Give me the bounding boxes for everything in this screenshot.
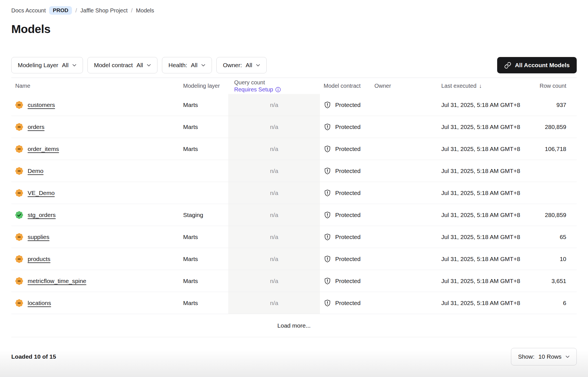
- model-contract-cell: Protected: [320, 138, 371, 160]
- table-row: metricflow_time_spine Marts n/a Protecte…: [11, 270, 577, 292]
- last-executed-label: Last executed: [441, 83, 477, 89]
- breadcrumb-current-page: Models: [136, 7, 154, 14]
- shield-icon: [324, 277, 331, 285]
- model-contract-cell: Protected: [320, 160, 371, 182]
- breadcrumb-account-link[interactable]: Docs Account: [11, 7, 46, 14]
- modeling-layer-cell: Marts: [183, 94, 228, 116]
- model-contract-cell: Protected: [320, 204, 371, 226]
- table-row: supplies Marts n/a Protected Jul 31, 202…: [11, 226, 577, 248]
- health-status-icon: [15, 211, 23, 219]
- table-body: customers Marts n/a Protected Jul 31, 20…: [11, 94, 577, 314]
- model-contract-label: Protected: [335, 168, 361, 174]
- chevron-down-icon: [201, 64, 205, 67]
- model-name-link[interactable]: locations: [28, 300, 51, 306]
- filter-modeling-layer[interactable]: Modeling Layer All: [11, 57, 83, 73]
- last-executed-cell: Jul 31, 2025, 5:18 AM GMT+8: [441, 116, 530, 138]
- model-name-link[interactable]: stg_orders: [28, 212, 56, 218]
- health-status-icon: [15, 123, 23, 131]
- owner-cell: [371, 138, 441, 160]
- modeling-layer-cell: Staging: [183, 204, 228, 226]
- query-count-cell: n/a: [228, 94, 320, 116]
- row-count-cell: 280,859: [530, 204, 577, 226]
- model-name-link[interactable]: supplies: [28, 234, 49, 240]
- filter-value: All: [62, 62, 69, 69]
- model-name-link[interactable]: customers: [28, 102, 55, 108]
- load-more-button[interactable]: Load more...: [277, 322, 311, 329]
- table-row: VE_Demo n/a Protected Jul 31, 2025, 5:18…: [11, 182, 577, 204]
- model-contract-label: Protected: [335, 234, 361, 240]
- model-contract-label: Protected: [335, 300, 361, 306]
- owner-cell: [371, 292, 441, 314]
- name-cell: order_items: [11, 138, 183, 160]
- row-count-cell: 65: [530, 226, 577, 248]
- model-contract-label: Protected: [335, 190, 361, 196]
- table-row: products Marts n/a Protected Jul 31, 202…: [11, 248, 577, 270]
- row-count-cell: 10: [530, 248, 577, 270]
- requires-setup-label: Requires Setup: [234, 86, 273, 93]
- breadcrumb-separator: /: [75, 7, 77, 14]
- query-count-header-label: Query count: [234, 79, 320, 86]
- column-header-last-executed[interactable]: Last executed ↓: [441, 83, 530, 89]
- model-name-link[interactable]: metricflow_time_spine: [28, 278, 86, 284]
- model-contract-cell: Protected: [320, 292, 371, 314]
- health-status-icon: [15, 255, 23, 263]
- table-row: order_items Marts n/a Protected Jul 31, …: [11, 138, 577, 160]
- loaded-count-text: Loaded 10 of 15: [11, 353, 56, 360]
- owner-cell: [371, 182, 441, 204]
- column-header-row-count: Row count: [530, 83, 577, 89]
- model-contract-label: Protected: [335, 124, 361, 130]
- column-header-owner: Owner: [371, 83, 441, 89]
- model-name-link[interactable]: orders: [28, 124, 45, 130]
- column-header-model-contract: Model contract: [320, 83, 371, 89]
- model-name-link[interactable]: order_items: [28, 146, 59, 152]
- model-name-link[interactable]: Demo: [28, 168, 43, 174]
- shield-icon: [324, 101, 331, 109]
- show-rows-dropdown[interactable]: Show: 10 Rows: [511, 348, 577, 365]
- environment-badge: PROD: [49, 6, 72, 15]
- query-count-cell: n/a: [228, 160, 320, 182]
- model-contract-cell: Protected: [320, 270, 371, 292]
- chevron-down-icon: [72, 64, 76, 67]
- model-contract-label: Protected: [335, 278, 361, 284]
- row-count-cell: [530, 182, 577, 204]
- model-contract-label: Protected: [335, 256, 361, 262]
- filter-value: All: [191, 62, 198, 69]
- query-count-cell: n/a: [228, 116, 320, 138]
- filter-model-contract[interactable]: Model contract All: [87, 57, 157, 73]
- modeling-layer-cell: Marts: [183, 248, 228, 270]
- model-name-link[interactable]: VE_Demo: [28, 190, 55, 196]
- health-status-icon: [15, 233, 23, 241]
- show-label: Show:: [518, 353, 534, 360]
- all-account-models-button[interactable]: All Account Models: [497, 57, 577, 73]
- name-cell: locations: [11, 292, 183, 314]
- table-header-row: Name Modeling layer Query count Requires…: [11, 78, 577, 94]
- table-row: Demo n/a Protected Jul 31, 2025, 5:18 AM…: [11, 160, 577, 182]
- owner-cell: [371, 116, 441, 138]
- row-count-cell: 280,859: [530, 116, 577, 138]
- last-executed-cell: Jul 31, 2025, 5:18 AM GMT+8: [441, 292, 530, 314]
- filter-label: Modeling Layer: [18, 62, 58, 69]
- all-account-models-label: All Account Models: [515, 62, 570, 69]
- name-cell: products: [11, 248, 183, 270]
- health-status-icon: [15, 299, 23, 307]
- row-count-cell: 106,718: [530, 138, 577, 160]
- page-title: Models: [11, 23, 577, 36]
- models-page: Docs Account PROD / Jaffle Shop Project …: [0, 0, 588, 377]
- health-status-icon: [15, 189, 23, 197]
- model-contract-cell: Protected: [320, 94, 371, 116]
- filter-health[interactable]: Health: All: [162, 57, 212, 73]
- filter-owner[interactable]: Owner: All: [216, 57, 267, 73]
- modeling-layer-cell: Marts: [183, 116, 228, 138]
- breadcrumb: Docs Account PROD / Jaffle Shop Project …: [11, 0, 577, 15]
- requires-setup-link[interactable]: Requires Setup: [234, 86, 281, 93]
- breadcrumb-project-link[interactable]: Jaffle Shop Project: [80, 7, 128, 14]
- filter-value: All: [137, 62, 143, 69]
- owner-cell: [371, 204, 441, 226]
- table-row: locations Marts n/a Protected Jul 31, 20…: [11, 292, 577, 314]
- table-row: customers Marts n/a Protected Jul 31, 20…: [11, 94, 577, 116]
- last-executed-cell: Jul 31, 2025, 5:18 AM GMT+8: [441, 182, 530, 204]
- shield-icon: [324, 211, 331, 219]
- chevron-down-icon: [565, 355, 570, 358]
- model-name-link[interactable]: products: [28, 256, 51, 262]
- model-contract-cell: Protected: [320, 116, 371, 138]
